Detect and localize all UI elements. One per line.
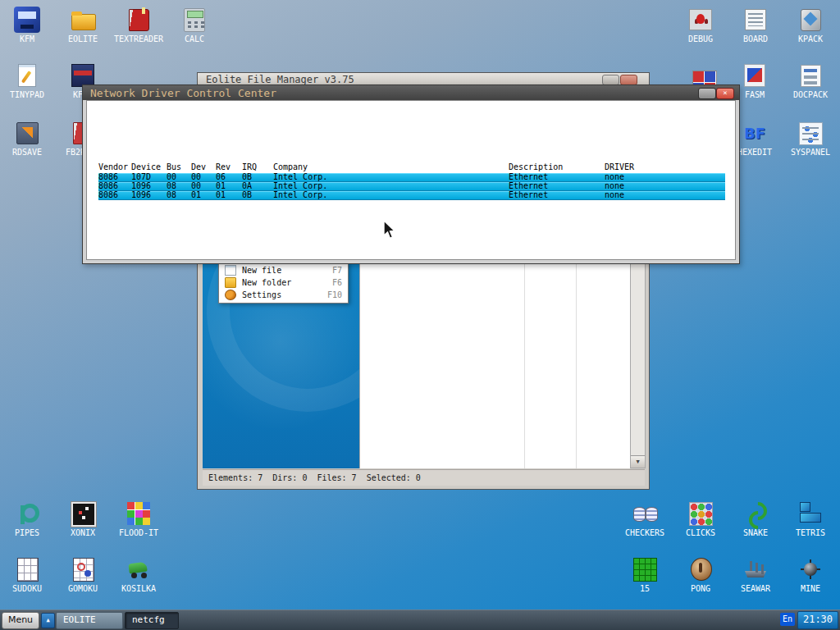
icon-label: DOCPACK [784, 91, 837, 99]
book-icon [126, 7, 152, 33]
kfm-icon [14, 7, 40, 33]
col-dev: Dev [191, 163, 216, 171]
menu-item-settings[interactable]: Settings F10 [219, 289, 348, 301]
desktop-icon-15[interactable]: 15 [619, 556, 671, 593]
desktop-icon-clicks[interactable]: CLICKS [674, 500, 727, 537]
icon-label: 15 [619, 585, 671, 593]
clock[interactable]: 21:30 [797, 611, 838, 629]
minimize-button[interactable] [698, 88, 716, 99]
desktop-icon-kosilka[interactable]: KOSILKA [112, 556, 165, 593]
context-menu: New file F7 New folder F6 Settings F10 [218, 262, 349, 304]
desktop-icon-textreader[interactable]: TEXTREADER [112, 7, 165, 43]
icon-label: SUDOKU [1, 585, 53, 593]
bug-icon [687, 7, 714, 33]
col-rev: Rev [216, 163, 242, 171]
fifteen-puzzle-icon [632, 556, 658, 582]
col-irq: IRQ [242, 163, 273, 171]
desktop-icon-mine[interactable]: MINE [784, 556, 837, 593]
menu-item-label: New folder [242, 278, 291, 287]
icon-label: TEXTREADER [112, 35, 165, 43]
desktop-icon-gomoku[interactable]: GOMOKU [57, 556, 109, 593]
icon-label: CLICKS [674, 529, 727, 537]
folder-icon [70, 7, 96, 33]
icon-label: SYSPANEL [784, 148, 837, 157]
scroll-down-button[interactable]: ▼ [631, 455, 645, 468]
icon-label: CHECKERS [619, 529, 671, 537]
calculator-icon [181, 7, 208, 33]
desktop-icon-eolite[interactable]: EOLITE [57, 7, 109, 43]
mine-icon [797, 556, 824, 582]
desktop-icon-calc[interactable]: CALC [168, 7, 221, 43]
desktop-icon-tetris[interactable]: TETRIS [784, 500, 837, 537]
icon-label: KPACK [784, 35, 837, 43]
desktop-icon-kpack[interactable]: KPACK [784, 7, 837, 43]
bf-glyph: BF [744, 125, 765, 142]
menu-item-label: Settings [242, 290, 281, 299]
menu-item-new-folder[interactable]: New folder F6 [219, 276, 348, 289]
icon-label: MINE [784, 585, 837, 593]
mower-icon [126, 556, 152, 582]
icon-label: FLOOD-IT [112, 529, 165, 537]
taskbar-switcher-button[interactable]: ▲ [41, 613, 55, 628]
packer-icon [797, 7, 824, 33]
menu-item-label: New file [242, 266, 281, 275]
desktop-icon-pong[interactable]: PONG [674, 556, 727, 593]
desktop-icon-xonix[interactable]: XONIX [57, 500, 109, 537]
pipe-icon [14, 500, 40, 527]
col-driver: DRIVER [605, 163, 725, 171]
icon-label: CALC [168, 35, 221, 43]
close-icon: × [723, 89, 727, 97]
icon-label: PONG [674, 585, 727, 593]
window-title: Network Driver Control Center [83, 87, 276, 99]
desktop-icon-tinypad[interactable]: TINYPAD [1, 62, 53, 99]
icon-label: TINYPAD [1, 91, 53, 99]
col-device: Device [131, 163, 167, 171]
new-file-icon [225, 265, 236, 276]
desktop-icon-debug[interactable]: DEBUG [674, 7, 727, 43]
icon-label: KFM [1, 35, 53, 43]
shortcut-label: F7 [332, 266, 342, 275]
col-vendor: Vendor [98, 163, 131, 171]
device-row[interactable]: 8086 1096 08 01 01 0B Intel Corp. Ethern… [98, 191, 725, 200]
menu-item-new-file[interactable]: New file F7 [219, 264, 348, 276]
start-menu-button[interactable]: Menu [2, 612, 39, 629]
sliders-icon [797, 120, 824, 146]
dots-grid-icon [687, 500, 714, 527]
status-bar: Elements: 7 Dirs: 0 Files: 7 Selected: 0 [203, 469, 645, 486]
new-folder-icon [225, 277, 236, 288]
icon-label: DEBUG [674, 35, 727, 43]
icon-label: SEAWAR [729, 585, 782, 593]
drawer-icon [797, 62, 824, 89]
battleship-icon [742, 556, 769, 582]
icon-label: EOLITE [57, 35, 109, 43]
device-table: Vendor Device Bus Dev Rev IRQ Company De… [98, 163, 725, 200]
task-button-netcfg[interactable]: netcfg [125, 612, 179, 629]
language-indicator[interactable]: En [780, 613, 795, 626]
desktop-icon-board[interactable]: BOARD [729, 7, 782, 43]
window-title: Eolite File Manager v3.75 [198, 74, 354, 85]
desktop-icon-rdsave[interactable]: RDSAVE [1, 120, 53, 157]
task-button-eolite[interactable]: EOLITE [56, 612, 123, 629]
network-driver-window: Network Driver Control Center × Vendor D… [82, 84, 740, 264]
desktop-icon-snake[interactable]: SNAKE [729, 500, 782, 537]
desktop-icon-kfm[interactable]: KFM [1, 7, 53, 43]
desktop-icon-sudoku[interactable]: SUDOKU [1, 556, 53, 593]
desktop-icon-seawar[interactable]: SEAWAR [729, 556, 782, 593]
desktop-icon-docpack[interactable]: DOCPACK [784, 62, 837, 99]
desktop-icon-floodit[interactable]: FLOOD-IT [112, 500, 165, 537]
col-company: Company [273, 163, 509, 171]
desktop-icon-syspanel[interactable]: SYSPANEL [784, 120, 837, 157]
network-window-titlebar[interactable]: Network Driver Control Center × [83, 85, 739, 100]
hex-editor-icon: BF [742, 120, 768, 146]
network-window-client: Vendor Device Bus Dev Rev IRQ Company De… [86, 100, 736, 260]
close-button[interactable]: × [716, 88, 734, 99]
desktop-icon-pipes[interactable]: PIPES [1, 500, 53, 537]
checkers-icon [632, 500, 658, 527]
shortcut-label: F10 [327, 290, 342, 299]
col-description: Description [509, 163, 605, 171]
desktop-icon-checkers[interactable]: CHECKERS [619, 500, 671, 537]
settings-gear-icon [225, 290, 236, 300]
device-table-header: Vendor Device Bus Dev Rev IRQ Company De… [98, 163, 725, 171]
gomoku-grid-icon [70, 556, 96, 582]
color-grid-icon [126, 500, 152, 527]
